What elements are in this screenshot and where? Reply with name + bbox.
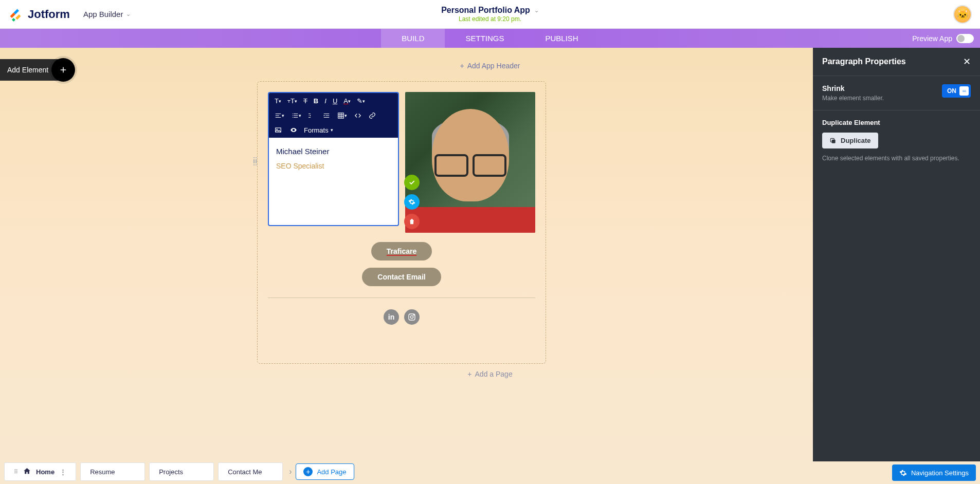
- plus-icon: [51, 58, 75, 82]
- confirm-button[interactable]: [404, 175, 420, 190]
- underline-icon[interactable]: U: [331, 96, 339, 106]
- svg-point-4: [413, 314, 414, 315]
- page-tab-resume-label: Resume: [90, 468, 115, 476]
- editor-content-area[interactable]: Michael Steiner SEO Specialist: [269, 138, 398, 225]
- toggle-handle-icon: [959, 86, 969, 96]
- image-icon[interactable]: [273, 125, 283, 135]
- page-tab-resume[interactable]: Resume: [80, 462, 145, 481]
- chevron-down-icon: ⌄: [126, 11, 131, 17]
- profile-photo[interactable]: [405, 92, 535, 233]
- outdent-icon[interactable]: [307, 111, 317, 120]
- app-builder-dropdown[interactable]: App Builder ⌄: [83, 10, 131, 18]
- page-tab-projects[interactable]: Projects: [149, 462, 214, 481]
- preview-icon[interactable]: [288, 125, 299, 135]
- shrink-toggle[interactable]: ON: [942, 84, 971, 98]
- duplicate-element-label: Duplicate Element: [822, 119, 971, 126]
- more-icon[interactable]: ⋮: [60, 468, 66, 476]
- page-tab-contact-label: Contact Me: [228, 468, 262, 476]
- app-builder-label: App Builder: [83, 10, 123, 18]
- duplicate-icon: [829, 137, 837, 144]
- element-settings-button[interactable]: [404, 194, 420, 210]
- add-element-button[interactable]: Add Element: [0, 59, 74, 81]
- shrink-description: Make element smaller.: [822, 95, 884, 102]
- text-transform-icon[interactable]: ᴛT▾: [286, 96, 299, 106]
- paragraph-element-selected[interactable]: T▾ ᴛT▾ T B I U A▾ ✎▾ ▾ ▾ ▾: [268, 92, 399, 226]
- tab-publish[interactable]: PUBLISH: [525, 29, 599, 48]
- add-a-page-label: Add a Page: [475, 370, 513, 378]
- props-title: Paragraph Properties: [822, 57, 906, 66]
- page-tab-home-label: Home: [36, 468, 55, 476]
- link-icon[interactable]: [367, 111, 377, 120]
- toggle-on-label: ON: [947, 87, 956, 95]
- social-row: in: [268, 309, 535, 325]
- drag-handle-icon[interactable]: ⠿: [14, 469, 18, 475]
- gear-icon: [899, 469, 907, 477]
- bold-icon[interactable]: B: [312, 96, 320, 106]
- preview-app-toggle-area: Preview App: [912, 34, 974, 43]
- app-title[interactable]: Personal Portfolio App: [441, 6, 530, 15]
- properties-panel: Paragraph Properties ✕ Shrink Make eleme…: [813, 48, 980, 461]
- tab-settings[interactable]: SETTINGS: [445, 29, 524, 48]
- add-app-header-label: Add App Header: [467, 62, 520, 70]
- jotform-logo-icon: [8, 7, 23, 22]
- plus-circle-icon: +: [303, 467, 313, 476]
- props-header: Paragraph Properties ✕: [813, 48, 980, 76]
- add-page-button[interactable]: + Add Page: [296, 463, 354, 480]
- shrink-label: Shrink: [822, 84, 884, 92]
- divider: [268, 297, 535, 298]
- add-element-label: Add Element: [7, 66, 48, 74]
- plus-icon: +: [460, 62, 464, 70]
- last-edited: Last edited at 9:20 pm.: [441, 15, 539, 23]
- home-icon: [23, 467, 31, 476]
- pages-bar: ⠿ Home ⋮ Resume Projects Contact Me › + …: [4, 462, 354, 481]
- formats-label: Formats: [304, 126, 329, 134]
- svg-rect-5: [832, 139, 836, 143]
- contact-email-button[interactable]: Contact Email: [362, 268, 441, 286]
- close-icon[interactable]: ✕: [963, 56, 971, 67]
- table-icon[interactable]: ▾: [336, 111, 349, 120]
- formats-dropdown[interactable]: Formats ▾: [304, 126, 333, 134]
- code-icon[interactable]: [353, 111, 363, 120]
- page-tab-contact[interactable]: Contact Me: [218, 462, 283, 481]
- preview-app-label: Preview App: [912, 34, 952, 43]
- align-icon[interactable]: ▾: [273, 111, 286, 120]
- logo[interactable]: Jotform: [8, 7, 70, 22]
- delete-button[interactable]: [404, 214, 420, 229]
- rich-text-toolbar: T▾ ᴛT▾ T B I U A▾ ✎▾ ▾ ▾ ▾: [269, 93, 398, 138]
- linkedin-icon[interactable]: in: [384, 309, 399, 325]
- drag-handle-icon[interactable]: ⠿⠿: [252, 159, 257, 165]
- nav-tabs: BUILD SETTINGS PUBLISH: [381, 29, 598, 48]
- plus-icon: +: [467, 370, 471, 378]
- text-color-icon[interactable]: A▾: [342, 96, 352, 106]
- italic-icon[interactable]: I: [323, 96, 328, 106]
- add-a-page-link[interactable]: + Add a Page: [467, 370, 512, 378]
- duplicate-button[interactable]: Duplicate: [822, 133, 878, 148]
- highlight-icon[interactable]: ✎▾: [355, 96, 367, 106]
- top-header: Jotform App Builder ⌄ Personal Portfolio…: [0, 0, 980, 29]
- chevron-down-icon[interactable]: ⌄: [534, 7, 539, 14]
- element-side-actions: [404, 175, 420, 229]
- indent-icon[interactable]: [321, 111, 332, 120]
- page-tab-projects-label: Projects: [159, 468, 183, 476]
- nav-settings-label: Navigation Settings: [911, 469, 969, 477]
- traficare-button[interactable]: Traficare: [371, 242, 432, 260]
- tab-build[interactable]: BUILD: [381, 29, 445, 48]
- app-title-block: Personal Portfolio App ⌄ Last edited at …: [441, 6, 539, 23]
- page-scroll-right-icon[interactable]: ›: [289, 467, 292, 476]
- font-size-icon[interactable]: T▾: [273, 96, 283, 106]
- avatar[interactable]: [953, 5, 972, 24]
- paragraph-name: Michael Steiner: [276, 147, 391, 156]
- logo-text: Jotform: [28, 8, 70, 21]
- duplicate-btn-label: Duplicate: [841, 137, 871, 144]
- instagram-icon[interactable]: [404, 309, 420, 325]
- paragraph-role: SEO Specialist: [276, 162, 391, 170]
- page-tab-home[interactable]: ⠿ Home ⋮: [4, 462, 76, 481]
- list-icon[interactable]: ▾: [290, 111, 303, 120]
- add-app-header-link[interactable]: + Add App Header: [460, 62, 520, 70]
- main-nav: BUILD SETTINGS PUBLISH Preview App: [0, 29, 980, 48]
- strikethrough-icon[interactable]: T: [302, 96, 309, 106]
- preview-toggle[interactable]: [956, 34, 974, 43]
- duplicate-description: Clone selected elements with all saved p…: [822, 155, 971, 162]
- svg-point-3: [410, 315, 413, 318]
- navigation-settings-button[interactable]: Navigation Settings: [892, 464, 976, 481]
